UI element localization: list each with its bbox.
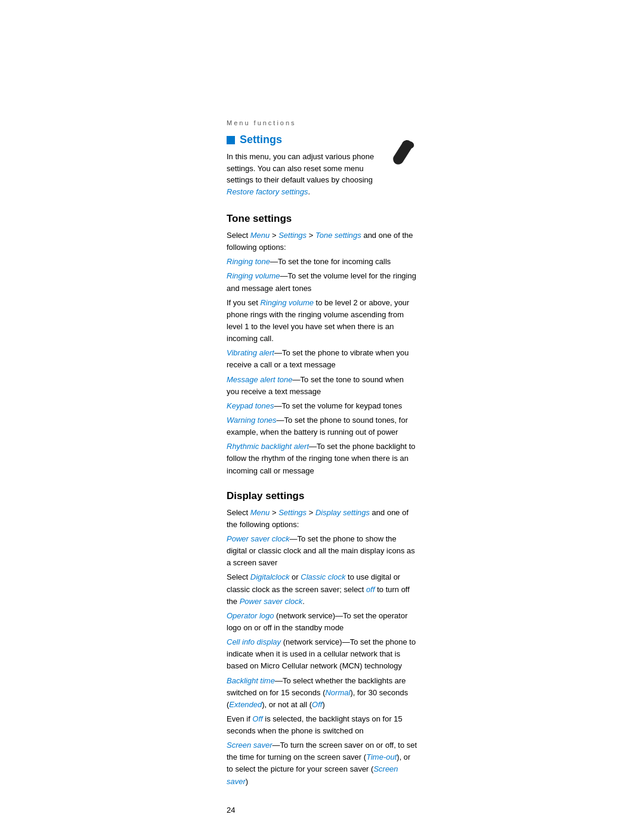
warning-tones-link[interactable]: Warning tones (227, 416, 277, 425)
classic-clock-link[interactable]: Classic clock (301, 572, 345, 581)
menu-functions-label: Menu functions (227, 119, 417, 126)
ringing-volume-link[interactable]: Ringing volume (227, 271, 280, 280)
settings-section-header: Settings In this menu, you can adjust va… (227, 134, 417, 200)
screen-saver-item: Screen saver—To turn the screen saver on… (227, 739, 417, 788)
off-link-clock[interactable]: off (366, 585, 374, 594)
settings-intro-text: In this menu, you can adjust various pho… (227, 151, 388, 197)
tone-settings-intro: Select Menu > Settings > Tone settings a… (227, 230, 417, 253)
ringing-volume-link2[interactable]: Ringing volume (260, 298, 314, 307)
svg-point-0 (395, 158, 400, 163)
settings-title-text: Settings (240, 134, 282, 146)
tone-settings-title: Tone settings (227, 213, 417, 225)
page: Menu functions Settings In this menu, yo… (0, 0, 644, 833)
settings-link-tone[interactable]: Settings (278, 231, 306, 240)
menu-link-tone[interactable]: Menu (250, 231, 270, 240)
settings-title-row: Settings (227, 134, 388, 146)
digitalclock-link[interactable]: Digitalclock (250, 572, 290, 581)
operator-logo-item: Operator logo (network service)—To set t… (227, 610, 417, 634)
off-link-desc[interactable]: Off (252, 714, 262, 723)
digital-classic-select: Select Digitalclock or Classic clock to … (227, 571, 417, 607)
ringing-tone-item: Ringing tone—To set the tone for incomin… (227, 256, 417, 268)
blue-square-icon (227, 136, 235, 144)
menu-link-display[interactable]: Menu (250, 508, 270, 517)
vibrating-alert-link[interactable]: Vibrating alert (227, 348, 274, 357)
page-number: 24 (227, 806, 417, 815)
vibrating-alert-item: Vibrating alert—To set the phone to vibr… (227, 347, 417, 371)
content-area: Menu functions Settings In this menu, yo… (72, 0, 572, 833)
operator-logo-link[interactable]: Operator logo (227, 611, 274, 620)
power-saver-clock-link[interactable]: Power saver clock (227, 534, 289, 543)
settings-tool-icon (388, 137, 417, 166)
normal-link[interactable]: Normal (325, 688, 350, 697)
tone-settings-link[interactable]: Tone settings (315, 231, 361, 240)
screen-saver-link[interactable]: Screen saver (227, 741, 273, 750)
backlight-time-item: Backlight time—To select whether the bac… (227, 675, 417, 711)
ringing-volume-desc: If you set Ringing volume to be level 2 … (227, 297, 417, 345)
time-out-link[interactable]: Time-out (366, 753, 397, 761)
display-settings-title: Display settings (227, 490, 417, 502)
warning-tones-item: Warning tones—To set the phone to sound … (227, 414, 417, 438)
rhythmic-backlight-link[interactable]: Rhythmic backlight alert (227, 442, 309, 451)
rhythmic-backlight-item: Rhythmic backlight alert—To set the phon… (227, 441, 417, 476)
extended-link[interactable]: Extended (229, 700, 262, 709)
keypad-tones-link[interactable]: Keypad tones (227, 401, 274, 410)
settings-link-display[interactable]: Settings (278, 508, 306, 517)
display-settings-intro: Select Menu > Settings > Display setting… (227, 507, 417, 531)
backlight-time-link[interactable]: Backlight time (227, 676, 275, 685)
display-settings-link[interactable]: Display settings (315, 508, 370, 517)
off-link-backlight[interactable]: Off (312, 700, 322, 709)
restore-factory-settings-link[interactable]: Restore factory settings (227, 187, 308, 196)
ringing-volume-item: Ringing volume—To set the volume level f… (227, 270, 417, 294)
off-selected-desc: Even if Off is selected, the backlight s… (227, 713, 417, 737)
keypad-tones-item: Keypad tones—To set the volume for keypa… (227, 400, 417, 412)
message-alert-item: Message alert tone—To set the tone to so… (227, 374, 417, 398)
settings-header-left: Settings In this menu, you can adjust va… (227, 134, 388, 200)
cell-info-item: Cell info display (network service)—To s… (227, 636, 417, 672)
message-alert-tone-link[interactable]: Message alert tone (227, 375, 293, 384)
power-saver-clock-item: Power saver clock—To set the phone to sh… (227, 533, 417, 569)
power-saver-clock-link2[interactable]: Power saver clock (240, 597, 302, 606)
ringing-tone-link[interactable]: Ringing tone (227, 257, 270, 266)
cell-info-display-link[interactable]: Cell info display (227, 637, 281, 646)
